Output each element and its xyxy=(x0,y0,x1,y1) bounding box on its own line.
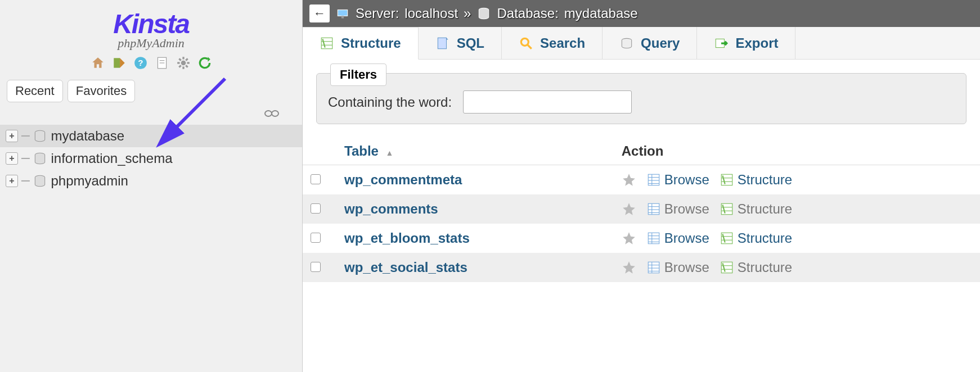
svg-point-28 xyxy=(521,38,528,46)
filters-legend: Filters xyxy=(330,63,386,86)
home-icon[interactable] xyxy=(90,55,106,71)
server-value[interactable]: localhost xyxy=(404,6,458,21)
svg-line-13 xyxy=(179,65,181,67)
database-icon xyxy=(33,151,47,166)
breadcrumb-separator: » xyxy=(464,6,471,21)
settings-icon[interactable] xyxy=(176,55,191,71)
table-name-link[interactable]: wp_comments xyxy=(344,201,438,216)
db-name-label: phpmyadmin xyxy=(51,173,128,189)
database-tree: + ─ mydatabase + ─ information_schema + … xyxy=(0,125,302,192)
table-name-link[interactable]: wp_commentmeta xyxy=(344,172,462,187)
expand-icon[interactable]: + xyxy=(6,175,18,187)
table-row: wp_commentmetaBrowseStructure xyxy=(303,165,980,195)
svg-text:?: ? xyxy=(138,58,143,67)
recent-button[interactable]: Recent xyxy=(7,80,63,102)
svg-line-14 xyxy=(186,58,187,60)
row-checkbox[interactable] xyxy=(311,203,321,214)
browse-icon xyxy=(646,260,661,275)
collapse-link-icon[interactable] xyxy=(264,110,280,120)
structure-action[interactable]: Structure xyxy=(720,201,792,217)
svg-rect-0 xyxy=(114,58,120,67)
tab-export[interactable]: Export xyxy=(697,27,795,59)
row-checkbox[interactable] xyxy=(311,262,321,272)
back-button[interactable]: ← xyxy=(309,4,330,22)
structure-action[interactable]: Structure xyxy=(720,230,792,246)
table-name-link[interactable]: wp_et_social_stats xyxy=(344,260,467,275)
favorite-star-icon[interactable] xyxy=(622,260,636,275)
tab-query[interactable]: Query xyxy=(603,27,697,59)
row-checkbox[interactable] xyxy=(311,174,321,184)
logout-icon[interactable] xyxy=(111,55,127,71)
browse-action[interactable]: Browse xyxy=(646,172,709,188)
browse-action[interactable]: Browse xyxy=(646,230,709,246)
svg-line-29 xyxy=(528,45,532,49)
tab-sql[interactable]: SQL xyxy=(419,27,502,59)
svg-rect-21 xyxy=(338,10,347,16)
svg-point-15 xyxy=(265,111,272,116)
main-panel: ← Server: localhost » Database: mydataba… xyxy=(303,0,980,372)
table-row: wp_et_bloom_statsBrowseStructure xyxy=(303,224,980,253)
tree-connector: ─ xyxy=(21,151,29,166)
column-header-table[interactable]: Table ▲ xyxy=(336,138,614,165)
svg-point-16 xyxy=(272,111,278,116)
favorite-star-icon[interactable] xyxy=(622,173,636,187)
server-icon xyxy=(335,6,350,21)
tab-label: Search xyxy=(540,35,585,51)
tree-connector: ─ xyxy=(21,173,29,189)
search-icon xyxy=(519,36,533,51)
filter-input[interactable] xyxy=(463,90,632,114)
phpmyadmin-label: phpMyAdmin xyxy=(0,36,302,51)
table-row: wp_commentsBrowseStructure xyxy=(303,194,980,224)
recent-favorites-bar: Recent Favorites xyxy=(0,75,302,107)
db-name-label: mydatabase xyxy=(51,128,124,144)
tabs: Structure SQL Search Query Export xyxy=(303,27,980,60)
svg-point-6 xyxy=(181,61,186,66)
structure-icon xyxy=(720,202,734,216)
database-value[interactable]: mydatabase xyxy=(564,6,638,21)
structure-icon xyxy=(720,173,734,187)
database-icon xyxy=(33,129,47,143)
db-item-information-schema[interactable]: + ─ information_schema xyxy=(0,147,302,170)
export-icon xyxy=(714,36,729,51)
structure-icon xyxy=(320,36,334,51)
query-icon xyxy=(619,36,634,51)
browse-icon xyxy=(646,202,661,216)
favorite-star-icon[interactable] xyxy=(622,202,636,216)
browse-action[interactable]: Browse xyxy=(646,201,709,217)
browse-icon xyxy=(646,173,661,187)
sidebar-toolbar: ? xyxy=(0,55,302,71)
favorite-star-icon[interactable] xyxy=(622,231,636,246)
structure-action[interactable]: Structure xyxy=(720,172,792,188)
database-icon xyxy=(33,174,47,188)
browse-icon xyxy=(646,231,661,246)
tab-label: SQL xyxy=(457,35,484,51)
help-icon[interactable]: ? xyxy=(133,55,149,71)
tab-structure[interactable]: Structure xyxy=(303,27,419,60)
table-name-link[interactable]: wp_et_bloom_stats xyxy=(344,230,470,246)
row-checkbox[interactable] xyxy=(311,233,321,243)
database-icon xyxy=(476,6,491,21)
brand-logo: Kinsta xyxy=(0,8,302,39)
table-row: wp_et_social_statsBrowseStructure xyxy=(303,253,980,282)
logo-area: Kinsta phpMyAdmin ? xyxy=(0,6,302,75)
svg-rect-22 xyxy=(341,16,344,18)
sql-icon xyxy=(435,36,450,51)
docs-icon[interactable] xyxy=(154,55,170,71)
expand-icon[interactable]: + xyxy=(6,130,18,142)
favorites-button[interactable]: Favorites xyxy=(68,80,135,102)
svg-rect-27 xyxy=(438,38,446,49)
expand-icon[interactable]: + xyxy=(6,152,18,165)
tab-label: Structure xyxy=(341,35,401,51)
structure-icon xyxy=(720,260,734,275)
tab-search[interactable]: Search xyxy=(502,27,603,59)
link-icon-row xyxy=(0,107,302,123)
containing-word-label: Containing the word: xyxy=(328,94,452,110)
structure-action[interactable]: Structure xyxy=(720,260,792,275)
db-item-phpmyadmin[interactable]: + ─ phpmyadmin xyxy=(0,170,302,192)
column-label: Table xyxy=(344,143,379,158)
server-label: Server: xyxy=(356,6,399,21)
db-name-label: information_schema xyxy=(51,151,172,166)
db-item-mydatabase[interactable]: + ─ mydatabase xyxy=(0,125,302,147)
reload-icon[interactable] xyxy=(197,55,213,71)
browse-action[interactable]: Browse xyxy=(646,260,709,275)
